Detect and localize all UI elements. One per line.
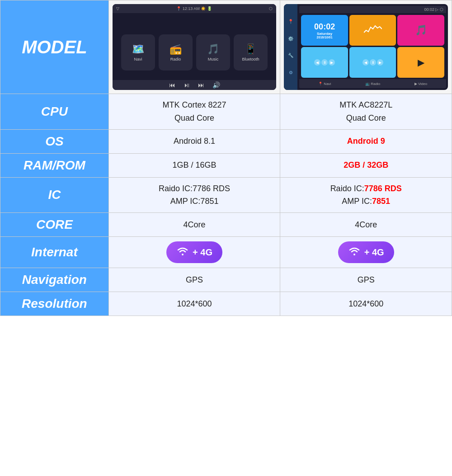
screen1-radio-icon: 📻 Radio	[159, 34, 193, 71]
ic-col2-line2: AMP IC:7851	[285, 195, 447, 208]
ram-col2: 2GB / 32GB	[280, 153, 452, 177]
navigation-col1: GPS	[108, 268, 280, 292]
core-col2: 4Core	[280, 213, 452, 237]
cpu-col2: MTK AC8227L Quad Core	[280, 94, 452, 130]
internet-badge-col2: + 4G	[338, 241, 394, 263]
screen1-preview: ▽ 📍 12:13 AM ☀️ 🔋 ⬡ 🗺️ Navi 📻 Radio 🎵	[113, 4, 277, 90]
ram-row: RAM/ROM 1GB / 16GB 2GB / 32GB	[0, 153, 452, 177]
cpu-row: CPU MTK Cortex 8227 Quad Core MTK AC8227…	[0, 94, 452, 130]
core-row: CORE 4Core 4Core	[0, 213, 452, 237]
model-screen1: ▽ 📍 12:13 AM ☀️ 🔋 ⬡ 🗺️ Navi 📻 Radio 🎵	[108, 0, 280, 94]
svg-point-0	[182, 254, 184, 255]
screen1-icons: 🗺️ Navi 📻 Radio 🎵 Music 📱 Bluetooth	[117, 34, 272, 71]
os-col1: Android 8.1	[108, 129, 280, 153]
screen2-sidebar: 📍 ⚙️ 🔧 ⚙	[284, 4, 297, 90]
resolution-col1: 1024*600	[108, 292, 280, 316]
core-label: CORE	[0, 213, 109, 237]
cpu-label: CPU	[0, 94, 109, 130]
resolution-label: Resolution	[0, 292, 109, 316]
internet-col1: + 4G	[108, 237, 280, 268]
wifi-icon	[176, 246, 189, 259]
screen2-preview: 📍 ⚙️ 🔧 ⚙ 00:02 ▷ ⬡ 00:02 Saturday 2016/1…	[284, 4, 448, 90]
cpu-col1: MTK Cortex 8227 Quad Core	[108, 94, 280, 130]
model-row: MODEL ▽ 📍 12:13 AM ☀️ 🔋 ⬡ 🗺️ Navi 📻	[0, 0, 452, 94]
os-label: OS	[0, 129, 109, 153]
screen1-music-icon: 🎵 Music	[196, 34, 230, 71]
internet-row: Internat + 4G	[0, 237, 452, 268]
ic-col2: Raido IC:7786 RDS AMP IC:7851	[280, 177, 452, 213]
navigation-label: Navigation	[0, 268, 109, 292]
internet-label: Internat	[0, 237, 109, 268]
comparison-table: MODEL ▽ 📍 12:13 AM ☀️ 🔋 ⬡ 🗺️ Navi 📻	[0, 0, 452, 316]
resolution-col2: 1024*600	[280, 292, 452, 316]
model-label: MODEL	[0, 0, 109, 94]
screen1-topbar: ▽ 📍 12:13 AM ☀️ 🔋 ⬡	[113, 4, 277, 13]
wifi-icon-2	[348, 246, 361, 259]
ic-col1: Raido IC:7786 RDS AMP IC:7851	[108, 177, 280, 213]
ram-col1: 1GB / 16GB	[108, 153, 280, 177]
model-screen2: 📍 ⚙️ 🔧 ⚙ 00:02 ▷ ⬡ 00:02 Saturday 2016/1…	[280, 0, 452, 94]
navigation-row: Navigation GPS GPS	[0, 268, 452, 292]
navigation-col2: GPS	[280, 268, 452, 292]
resolution-row: Resolution 1024*600 1024*600	[0, 292, 452, 316]
screen1-navi-icon: 🗺️ Navi	[121, 34, 155, 71]
os-col2: Android 9	[280, 129, 452, 153]
ic-row: IC Raido IC:7786 RDS AMP IC:7851 Raido I…	[0, 177, 452, 213]
ram-label: RAM/ROM	[0, 153, 109, 177]
ic-col2-line1: Raido IC:7786 RDS	[285, 182, 447, 195]
core-col1: 4Core	[108, 213, 280, 237]
internet-badge-col1: + 4G	[166, 241, 222, 263]
ic-label: IC	[0, 177, 109, 213]
screen1-bottombar: ⏮ ⏯ ⏭ 🔊	[113, 80, 277, 90]
internet-col2: + 4G	[280, 237, 452, 268]
os-row: OS Android 8.1 Android 9	[0, 129, 452, 153]
screen1-bt-icon: 📱 Bluetooth	[234, 34, 268, 71]
svg-point-1	[353, 254, 355, 255]
